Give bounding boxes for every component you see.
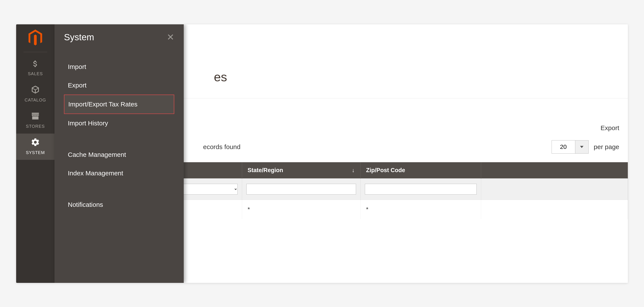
flyout-item-import-export-tax-rates[interactable]: Import/Export Tax Rates xyxy=(64,94,174,114)
magento-logo-icon[interactable] xyxy=(28,30,43,48)
records-found-label: ecords found xyxy=(203,143,240,150)
flyout-item-export[interactable]: Export xyxy=(64,76,174,94)
main-sidebar: SALES CATALOG STORES SYSTEM xyxy=(16,24,54,283)
sidebar-item-sales[interactable]: SALES xyxy=(16,56,54,81)
cell-zip: * xyxy=(360,200,481,219)
sidebar-divider xyxy=(24,52,47,52)
flyout-item-index-management[interactable]: Index Management xyxy=(64,164,174,182)
flyout-item-cache-management[interactable]: Cache Management xyxy=(64,146,174,164)
storefront-icon xyxy=(16,111,54,122)
sidebar-item-label: STORES xyxy=(26,124,45,128)
export-link[interactable]: Export xyxy=(600,124,619,132)
sidebar-item-system[interactable]: SYSTEM xyxy=(16,134,54,160)
dollar-icon xyxy=(16,60,54,70)
column-header-extra[interactable] xyxy=(481,162,628,178)
gear-icon xyxy=(16,138,54,149)
cell-state: * xyxy=(242,200,360,219)
column-header-zip[interactable]: Zip/Post Code xyxy=(360,162,481,178)
system-flyout: System ✕ Import Export Import/Export Tax… xyxy=(54,24,184,283)
sidebar-item-stores[interactable]: STORES xyxy=(16,107,54,134)
filter-state-input[interactable] xyxy=(246,184,356,194)
per-page-dropdown-icon[interactable] xyxy=(575,140,589,154)
close-icon[interactable]: ✕ xyxy=(167,33,174,42)
sidebar-item-label: SALES xyxy=(28,71,43,76)
sidebar-item-label: SYSTEM xyxy=(26,150,45,155)
per-page-control: per page xyxy=(552,140,619,154)
sidebar-item-catalog[interactable]: CATALOG xyxy=(16,81,54,107)
sort-arrow-icon: ↓ xyxy=(352,167,355,174)
per-page-label: per page xyxy=(594,143,619,150)
app-window: SALES CATALOG STORES SYSTEM es Export xyxy=(16,24,628,283)
filter-zip-input[interactable] xyxy=(365,184,477,194)
flyout-item-import[interactable]: Import xyxy=(64,58,174,76)
sidebar-item-label: CATALOG xyxy=(24,98,46,102)
per-page-input[interactable] xyxy=(552,140,575,154)
column-header-state[interactable]: State/Region ↓ xyxy=(242,162,360,178)
flyout-title: System xyxy=(64,32,94,42)
flyout-item-notifications[interactable]: Notifications xyxy=(64,196,174,214)
flyout-item-import-history[interactable]: Import History xyxy=(64,114,174,132)
cube-icon xyxy=(16,85,54,96)
